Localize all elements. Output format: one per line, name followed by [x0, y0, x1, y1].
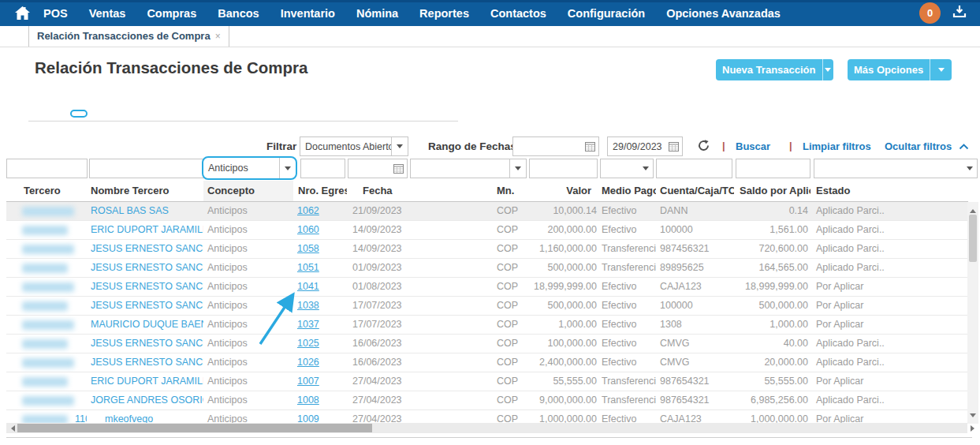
nav-item[interactable]: Bancos [218, 7, 259, 20]
close-tab-icon[interactable]: × [215, 31, 221, 42]
table-row[interactable]: 1101 mkeofvego Anticipos 1009 27/04/2023… [6, 410, 968, 423]
nueva-transaccion-button[interactable]: Nueva Transacción [716, 59, 833, 80]
table-row[interactable]: JESUS ERNESTO SANCHEZ O... Anticipos 105… [6, 240, 968, 259]
tercero-filter-input[interactable] [6, 159, 88, 178]
nombre-tercero-link[interactable]: JESUS ERNESTO SANCHEZ O... [87, 353, 203, 372]
nav-item[interactable]: Contactos [490, 7, 546, 20]
nombre-tercero-link[interactable]: JESUS ERNESTO SANCHEZ O... [87, 278, 203, 296]
table-row[interactable]: ROSAL BAS SAS Anticipos 1062 21/09/2023 … [6, 202, 968, 221]
nav-item[interactable]: Opciones Avanzadas [666, 7, 781, 20]
table-row[interactable]: JESUS ERNESTO SANCHEZ O... Anticipos 105… [6, 259, 968, 278]
nombre-tercero-link[interactable]: ERIC DUPORT JARAMILLO [87, 372, 203, 391]
nueva-transaccion-dropdown[interactable] [822, 59, 834, 80]
column-header[interactable]: Medio Pago [599, 181, 656, 201]
nro-egreso-link[interactable]: 1060 [297, 224, 319, 235]
calendar-icon[interactable] [669, 141, 679, 151]
estado-filter-select[interactable] [814, 159, 978, 178]
column-header[interactable]: Tercero [6, 181, 87, 201]
refresh-icon[interactable] [697, 139, 710, 155]
nombre-tercero-link[interactable]: JESUS ERNESTO SANCHEZ O... [87, 335, 203, 353]
fecha-filter-input[interactable] [348, 159, 408, 178]
nro-egreso-link[interactable]: 1026 [297, 357, 319, 368]
nro-egreso-link[interactable]: 1058 [297, 243, 319, 254]
home-icon[interactable] [14, 6, 31, 21]
table-row[interactable]: JESUS ERNESTO SANCHEZ O... Anticipos 103… [6, 297, 968, 316]
table-row[interactable]: JESUS ERNESTO SANCHEZ O... Anticipos 102… [6, 353, 968, 372]
documentos-filter-select[interactable]: Documentos Abiertos [300, 136, 408, 156]
scroll-left-icon[interactable] [8, 425, 15, 432]
cuenta-filter-input[interactable] [656, 159, 732, 178]
column-header[interactable]: Estado [810, 181, 968, 201]
limpiar-filtros-link[interactable]: Limpiar filtros [803, 140, 871, 152]
table-row[interactable]: ERIC DUPORT JARAMILLO Anticipos 1007 27/… [6, 372, 968, 391]
column-header[interactable]: Concepto [203, 181, 293, 201]
column-header[interactable]: Mn. [493, 181, 527, 201]
scroll-down-icon[interactable] [970, 413, 976, 421]
buscar-link[interactable]: Buscar [736, 140, 770, 152]
nav-item[interactable]: Reportes [419, 7, 469, 20]
chevron-down-icon[interactable] [509, 159, 526, 178]
nro-egreso-link[interactable]: 1007 [297, 376, 319, 387]
column-header[interactable]: Fecha [347, 181, 493, 201]
mas-opciones-button[interactable]: Más Opciones [848, 59, 952, 80]
nro-egreso-filter-input[interactable] [300, 159, 345, 178]
nombre-tercero-link[interactable]: JESUS ERNESTO SANCHEZ O... [87, 259, 203, 277]
saldo-filter-input[interactable] [736, 159, 810, 178]
chevron-down-icon[interactable] [639, 163, 653, 174]
column-header[interactable]: Nombre Tercero [87, 181, 203, 201]
chevron-down-icon[interactable] [391, 137, 408, 155]
nro-egreso-link[interactable]: 1038 [297, 300, 319, 311]
nav-item[interactable]: POS [43, 7, 68, 20]
nombre-tercero-link[interactable]: JESUS ERNESTO SANCHEZ O... [87, 240, 203, 258]
date-to-input[interactable]: 29/09/2023 [607, 136, 683, 156]
mn-filter-select[interactable] [410, 159, 527, 178]
nro-egreso-link[interactable]: 1025 [297, 338, 319, 349]
table-row[interactable]: MAURICIO DUQUE BAENA Anticipos 1037 17/0… [6, 316, 968, 335]
chevron-down-icon[interactable] [963, 163, 977, 174]
scroll-right-icon[interactable] [971, 425, 978, 432]
horizontal-scroll-thumb[interactable] [17, 424, 372, 432]
nro-egreso-link[interactable]: 1062 [297, 205, 319, 216]
vertical-scrollbar[interactable] [967, 202, 978, 424]
table-row[interactable]: JORGE ANDRES OSORIO Anticipos 1008 27/04… [6, 391, 968, 410]
download-icon[interactable] [952, 4, 967, 22]
nav-item[interactable]: Configuración [568, 7, 645, 20]
nro-egreso-link[interactable]: 1037 [297, 319, 319, 330]
table-row[interactable]: JESUS ERNESTO SANCHEZ O... Anticipos 104… [6, 278, 968, 297]
notification-badge[interactable]: 0 [919, 2, 941, 24]
vertical-scroll-thumb[interactable] [969, 215, 977, 262]
nro-egreso-link[interactable]: 1051 [297, 262, 319, 273]
nombre-tercero-link[interactable]: JESUS ERNESTO SANCHEZ O... [87, 297, 203, 315]
column-header[interactable]: Cuenta/Caja/TCR [656, 181, 734, 201]
concepto-filter-select[interactable]: Anticipos [202, 156, 297, 180]
date-from-input[interactable] [512, 136, 599, 156]
column-header[interactable]: Valor [527, 181, 599, 201]
column-header[interactable]: Saldo por Aplicar [734, 181, 810, 201]
report-tab[interactable] [70, 110, 88, 118]
table-row[interactable]: ERIC DUPORT JARAMILLO Anticipos 1060 14/… [6, 221, 968, 240]
valor-filter-input[interactable] [529, 159, 598, 178]
calendar-icon[interactable] [585, 141, 595, 151]
ocultar-filtros-link[interactable]: Ocultar filtros [885, 140, 969, 152]
nombre-tercero-link[interactable]: MAURICIO DUQUE BAENA [87, 316, 203, 334]
nav-item[interactable]: Compras [147, 7, 196, 20]
nombre-tercero-link[interactable]: ERIC DUPORT JARAMILLO [87, 221, 203, 239]
nombre-tercero-link[interactable]: mkeofvego [87, 410, 203, 423]
column-header[interactable]: Nro. Egreso [293, 181, 347, 201]
window-tab[interactable]: Relación Transacciones de Compra× [28, 26, 229, 47]
nro-egreso-link[interactable]: 1009 [297, 413, 319, 423]
nombre-tercero-filter-input[interactable] [89, 159, 204, 178]
nro-egreso-link[interactable]: 1008 [297, 395, 319, 406]
nav-item[interactable]: Nómina [356, 7, 398, 20]
calendar-icon[interactable] [393, 163, 404, 174]
horizontal-scrollbar[interactable] [6, 423, 967, 433]
medio-pago-filter-select[interactable] [600, 159, 654, 178]
scroll-up-icon[interactable] [970, 206, 976, 213]
table-row[interactable]: JESUS ERNESTO SANCHEZ O... Anticipos 102… [6, 335, 968, 353]
mas-opciones-dropdown[interactable] [930, 59, 952, 80]
nro-egreso-link[interactable]: 1041 [297, 281, 319, 292]
nombre-tercero-link[interactable]: ROSAL BAS SAS [87, 202, 203, 220]
nav-item[interactable]: Ventas [89, 7, 126, 20]
chevron-down-icon[interactable] [279, 158, 296, 178]
nav-item[interactable]: Inventario [281, 7, 335, 20]
